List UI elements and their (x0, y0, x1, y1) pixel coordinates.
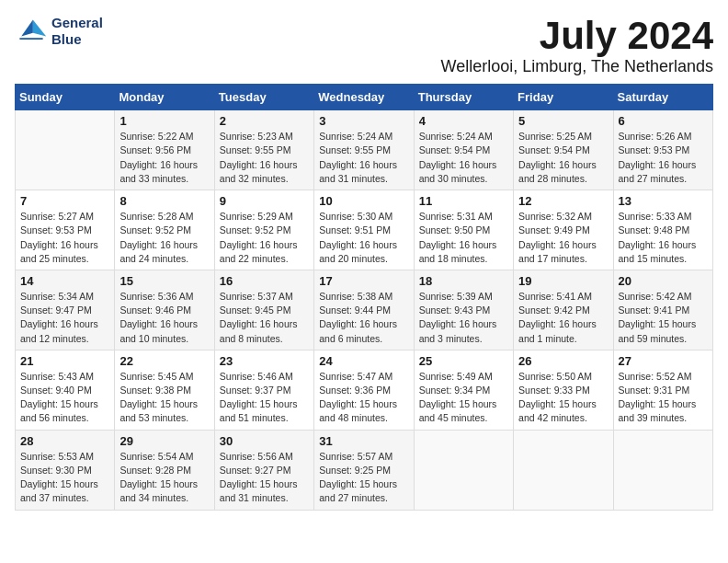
day-info: Sunrise: 5:47 AM Sunset: 9:36 PM Dayligh… (319, 370, 408, 426)
day-info: Sunrise: 5:53 AM Sunset: 9:30 PM Dayligh… (20, 450, 109, 506)
day-number: 24 (319, 354, 408, 368)
calendar-cell: 16Sunrise: 5:37 AM Sunset: 9:45 PM Dayli… (214, 270, 313, 350)
logo: General Blue (15, 15, 103, 48)
day-number: 2 (220, 114, 309, 128)
calendar-cell (514, 430, 613, 510)
calendar-cell: 23Sunrise: 5:46 AM Sunset: 9:37 PM Dayli… (214, 350, 313, 430)
calendar-cell: 13Sunrise: 5:33 AM Sunset: 9:48 PM Dayli… (613, 190, 712, 270)
calendar-cell: 30Sunrise: 5:56 AM Sunset: 9:27 PM Dayli… (214, 430, 313, 510)
calendar-cell: 31Sunrise: 5:57 AM Sunset: 9:25 PM Dayli… (314, 430, 414, 510)
week-row-4: 21Sunrise: 5:43 AM Sunset: 9:40 PM Dayli… (16, 350, 713, 430)
day-number: 1 (119, 114, 209, 128)
day-info: Sunrise: 5:56 AM Sunset: 9:27 PM Dayligh… (220, 450, 309, 506)
calendar-cell: 28Sunrise: 5:53 AM Sunset: 9:30 PM Dayli… (16, 430, 115, 510)
calendar-cell: 9Sunrise: 5:29 AM Sunset: 9:52 PM Daylig… (214, 190, 313, 270)
calendar-cell: 12Sunrise: 5:32 AM Sunset: 9:49 PM Dayli… (514, 190, 613, 270)
calendar-cell: 25Sunrise: 5:49 AM Sunset: 9:34 PM Dayli… (414, 350, 513, 430)
month-year-title: July 2024 (441, 15, 713, 57)
weekday-header-thursday: Thursday (414, 85, 513, 110)
calendar-cell (16, 110, 115, 190)
logo-text: General Blue (51, 15, 103, 48)
day-info: Sunrise: 5:50 AM Sunset: 9:33 PM Dayligh… (518, 370, 608, 426)
day-number: 16 (220, 274, 309, 288)
day-number: 8 (119, 194, 209, 208)
day-number: 28 (20, 434, 109, 448)
day-info: Sunrise: 5:28 AM Sunset: 9:52 PM Dayligh… (119, 210, 209, 266)
day-info: Sunrise: 5:38 AM Sunset: 9:44 PM Dayligh… (319, 290, 408, 346)
week-row-2: 7Sunrise: 5:27 AM Sunset: 9:53 PM Daylig… (16, 190, 713, 270)
day-number: 17 (319, 274, 408, 288)
day-info: Sunrise: 5:33 AM Sunset: 9:48 PM Dayligh… (619, 210, 708, 266)
day-number: 5 (518, 114, 608, 128)
week-row-1: 1Sunrise: 5:22 AM Sunset: 9:56 PM Daylig… (16, 110, 713, 190)
calendar-cell: 6Sunrise: 5:26 AM Sunset: 9:53 PM Daylig… (613, 110, 712, 190)
day-number: 15 (119, 274, 209, 288)
day-info: Sunrise: 5:24 AM Sunset: 9:55 PM Dayligh… (319, 130, 408, 186)
calendar-cell: 3Sunrise: 5:24 AM Sunset: 9:55 PM Daylig… (314, 110, 414, 190)
day-number: 31 (319, 434, 408, 448)
weekday-header-wednesday: Wednesday (314, 85, 414, 110)
day-number: 9 (220, 194, 309, 208)
day-number: 10 (319, 194, 408, 208)
calendar-cell: 1Sunrise: 5:22 AM Sunset: 9:56 PM Daylig… (115, 110, 214, 190)
weekday-header-sunday: Sunday (16, 85, 115, 110)
day-info: Sunrise: 5:42 AM Sunset: 9:41 PM Dayligh… (619, 290, 708, 346)
svg-rect-2 (19, 38, 42, 40)
calendar-cell: 14Sunrise: 5:34 AM Sunset: 9:47 PM Dayli… (16, 270, 115, 350)
day-info: Sunrise: 5:26 AM Sunset: 9:53 PM Dayligh… (619, 130, 708, 186)
weekday-header-friday: Friday (514, 85, 613, 110)
calendar-cell: 27Sunrise: 5:52 AM Sunset: 9:31 PM Dayli… (613, 350, 712, 430)
location-subtitle: Wellerlooi, Limburg, The Netherlands (441, 57, 713, 76)
calendar-cell: 26Sunrise: 5:50 AM Sunset: 9:33 PM Dayli… (514, 350, 613, 430)
svg-marker-1 (21, 19, 33, 36)
day-number: 22 (119, 354, 209, 368)
day-number: 18 (419, 274, 508, 288)
title-area: July 2024 Wellerlooi, Limburg, The Nethe… (441, 15, 713, 76)
day-number: 27 (619, 354, 708, 368)
day-number: 21 (20, 354, 109, 368)
logo-icon (15, 15, 48, 48)
weekday-header-tuesday: Tuesday (214, 85, 313, 110)
day-number: 3 (319, 114, 408, 128)
day-info: Sunrise: 5:29 AM Sunset: 9:52 PM Dayligh… (220, 210, 309, 266)
calendar-cell (613, 430, 712, 510)
calendar-cell: 21Sunrise: 5:43 AM Sunset: 9:40 PM Dayli… (16, 350, 115, 430)
day-number: 13 (619, 194, 708, 208)
calendar-cell: 11Sunrise: 5:31 AM Sunset: 9:50 PM Dayli… (414, 190, 513, 270)
day-number: 7 (20, 194, 109, 208)
day-info: Sunrise: 5:37 AM Sunset: 9:45 PM Dayligh… (220, 290, 309, 346)
day-number: 4 (419, 114, 508, 128)
day-info: Sunrise: 5:52 AM Sunset: 9:31 PM Dayligh… (619, 370, 708, 426)
calendar-cell: 7Sunrise: 5:27 AM Sunset: 9:53 PM Daylig… (16, 190, 115, 270)
day-info: Sunrise: 5:32 AM Sunset: 9:49 PM Dayligh… (518, 210, 608, 266)
day-info: Sunrise: 5:46 AM Sunset: 9:37 PM Dayligh… (220, 370, 309, 426)
weekday-header-row: SundayMondayTuesdayWednesdayThursdayFrid… (16, 85, 713, 110)
day-info: Sunrise: 5:25 AM Sunset: 9:54 PM Dayligh… (518, 130, 608, 186)
weekday-header-monday: Monday (115, 85, 214, 110)
calendar-cell: 22Sunrise: 5:45 AM Sunset: 9:38 PM Dayli… (115, 350, 214, 430)
day-number: 14 (20, 274, 109, 288)
day-number: 6 (619, 114, 708, 128)
calendar-cell: 10Sunrise: 5:30 AM Sunset: 9:51 PM Dayli… (314, 190, 414, 270)
day-number: 26 (518, 354, 608, 368)
calendar-cell: 19Sunrise: 5:41 AM Sunset: 9:42 PM Dayli… (514, 270, 613, 350)
day-info: Sunrise: 5:41 AM Sunset: 9:42 PM Dayligh… (518, 290, 608, 346)
page-header: General Blue July 2024 Wellerlooi, Limbu… (15, 15, 713, 76)
svg-marker-0 (33, 19, 46, 36)
day-number: 12 (518, 194, 608, 208)
calendar-cell: 20Sunrise: 5:42 AM Sunset: 9:41 PM Dayli… (613, 270, 712, 350)
calendar-cell: 5Sunrise: 5:25 AM Sunset: 9:54 PM Daylig… (514, 110, 613, 190)
day-info: Sunrise: 5:34 AM Sunset: 9:47 PM Dayligh… (20, 290, 109, 346)
calendar-cell: 24Sunrise: 5:47 AM Sunset: 9:36 PM Dayli… (314, 350, 414, 430)
day-number: 11 (419, 194, 508, 208)
day-info: Sunrise: 5:27 AM Sunset: 9:53 PM Dayligh… (20, 210, 109, 266)
day-info: Sunrise: 5:49 AM Sunset: 9:34 PM Dayligh… (419, 370, 508, 426)
calendar-cell (414, 430, 513, 510)
day-number: 19 (518, 274, 608, 288)
day-info: Sunrise: 5:36 AM Sunset: 9:46 PM Dayligh… (119, 290, 209, 346)
day-number: 29 (119, 434, 209, 448)
day-info: Sunrise: 5:57 AM Sunset: 9:25 PM Dayligh… (319, 450, 408, 506)
day-number: 20 (619, 274, 708, 288)
day-info: Sunrise: 5:24 AM Sunset: 9:54 PM Dayligh… (419, 130, 508, 186)
calendar-cell: 2Sunrise: 5:23 AM Sunset: 9:55 PM Daylig… (214, 110, 313, 190)
